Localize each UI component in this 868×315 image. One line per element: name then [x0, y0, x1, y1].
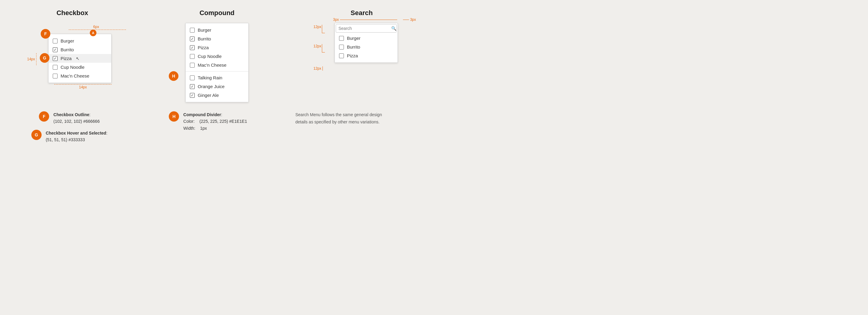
measure-12px-2: 12px [313, 44, 321, 48]
compound-menu[interactable]: Burger ✓ Burrito ✓ Pizza [185, 23, 249, 102]
compound-label-macncheese: Mac'n Cheese [198, 62, 226, 67]
compound-item-talkingrain[interactable]: Talking Rain [186, 73, 248, 82]
menu-label-pizza: Pizza [61, 56, 72, 61]
measure-12px-bottom: 12px [313, 66, 321, 70]
annotation-h-text: Compound Divider: Color: (225, 225, 225)… [183, 111, 247, 132]
checkbox-annotations: F Checkbox Outline: (102, 102, 102) #666… [0, 111, 138, 143]
annotation-g: G Checkbox Hover and Selected: (51, 51, … [31, 130, 107, 143]
menu-item-burger[interactable]: Burger [49, 36, 111, 45]
search-icon: 🔍 [391, 26, 396, 31]
search-label-burger: Burger [347, 36, 361, 41]
checkmark-pizza: ✓ [54, 57, 57, 60]
search-annotations: Search Menu follows the same general des… [277, 111, 434, 126]
search-item-burger[interactable]: Burger [335, 34, 398, 42]
measure-14px-left: 14px [27, 57, 35, 61]
compound-divider [186, 71, 248, 71]
compound-item-pizza[interactable]: ✓ Pizza [186, 43, 248, 52]
badge-h-annotation: H [169, 111, 179, 122]
compound-label-burrito: Burrito [198, 36, 211, 41]
search-label-burrito: Burrito [347, 45, 360, 50]
search-note: Search Menu follows the same general des… [296, 111, 392, 126]
menu-item-burrito[interactable]: ✓ Burrito [49, 45, 111, 54]
checkmark-burrito: ✓ [54, 48, 57, 52]
menu-label-burrito: Burrito [61, 47, 74, 52]
compound-label-gingerale: Ginger Ale [198, 93, 219, 98]
search-section: Search 3px 3px 12px [289, 9, 434, 63]
compound-title: Compound [199, 9, 235, 17]
search-item-burrito[interactable]: Burrito [335, 42, 398, 51]
search-input-wrap[interactable]: 🔍 [336, 24, 397, 33]
compound-label-oj: Orange Juice [198, 84, 224, 89]
search-label-pizza: Pizza [347, 53, 358, 58]
checkbox-macncheese[interactable] [53, 74, 58, 79]
annotation-g-text: Checkbox Hover and Selected: (51, 51, 51… [46, 130, 107, 143]
compound-label-talkingrain: Talking Rain [198, 75, 222, 80]
compound-item-oj[interactable]: ✓ Orange Juice [186, 82, 248, 91]
menu-label-burger: Burger [61, 38, 74, 44]
checkbox-pizza[interactable]: ✓ [53, 56, 58, 61]
search-checkbox-pizza[interactable] [339, 53, 344, 58]
compound-checkbox-talkingrain[interactable] [190, 76, 195, 80]
compound-checkbox-macncheese[interactable] [190, 63, 195, 67]
checkbox-title: Checkbox [56, 9, 88, 17]
compound-item-macncheese[interactable]: Mac'n Cheese [186, 61, 248, 69]
checkbox-burrito[interactable]: ✓ [53, 47, 58, 52]
compound-annotations: H Compound Divider: Color: (225, 225, 22… [138, 111, 277, 132]
search-input[interactable] [338, 26, 391, 31]
measure-12px-1: 12px [313, 25, 321, 29]
menu-label-macncheese: Mac'n Cheese [61, 73, 89, 79]
search-checkbox-burger[interactable] [339, 36, 344, 41]
menu-label-cupnoodle: Cup Noodle [61, 64, 84, 70]
search-checkbox-burrito[interactable] [339, 45, 344, 50]
badge-a-diagram: A [90, 30, 96, 36]
badge-g-diagram: G [40, 53, 50, 63]
cursor-icon: ↖ [76, 56, 80, 61]
badge-f-diagram: F [41, 29, 50, 39]
compound-checkbox-gingerale[interactable]: ✓ [190, 93, 195, 98]
checkbox-cupnoodle[interactable] [53, 65, 58, 70]
badge-g-annotation: G [31, 130, 41, 140]
compound-checkbox-burrito[interactable]: ✓ [190, 36, 195, 41]
search-item-pizza[interactable]: Pizza [335, 51, 398, 60]
menu-item-cupnoodle[interactable]: Cup Noodle [49, 63, 111, 71]
compound-item-gingerale[interactable]: ✓ Ginger Ale [186, 91, 248, 99]
measure-3px-top: 3px [333, 18, 339, 22]
annotation-h: H Compound Divider: Color: (225, 225, 22… [169, 111, 247, 132]
measure-14px-bottom: 14px [79, 85, 87, 89]
compound-checkbox-cupnoodle[interactable] [190, 54, 195, 59]
compound-label-pizza: Pizza [198, 45, 209, 50]
checkbox-menu[interactable]: Burger ✓ Burrito ✓ Pizza [48, 34, 112, 83]
measure-6px: 6px [93, 25, 99, 29]
annotation-f: F Checkbox Outline: (102, 102, 102) #666… [39, 111, 99, 125]
compound-label-burger: Burger [198, 27, 211, 33]
badge-f-annotation: F [39, 111, 49, 122]
compound-item-cupnoodle[interactable]: Cup Noodle [186, 52, 248, 61]
compound-checkbox-burger[interactable] [190, 28, 195, 33]
compound-checkbox-oj[interactable]: ✓ [190, 84, 195, 89]
checkbox-burger[interactable] [53, 39, 58, 44]
menu-item-pizza[interactable]: ✓ Pizza ↖ [49, 54, 111, 63]
search-title: Search [350, 9, 373, 17]
menu-item-macncheese[interactable]: Mac'n Cheese [49, 71, 111, 80]
checkbox-section: Checkbox 6px F A [0, 9, 145, 86]
annotation-f-text: Checkbox Outline: (102, 102, 102) #66666… [53, 111, 99, 125]
compound-section: Compound H Burger ✓ Burr [145, 9, 289, 102]
measure-3px-right: 3px [410, 18, 416, 22]
compound-item-burger[interactable]: Burger [186, 26, 248, 34]
badge-h-diagram: H [169, 71, 179, 81]
compound-label-cupnoodle: Cup Noodle [198, 54, 221, 59]
compound-item-burrito[interactable]: ✓ Burrito [186, 34, 248, 43]
compound-checkbox-pizza[interactable]: ✓ [190, 45, 195, 50]
search-menu[interactable]: 🔍 Burger Burrito [335, 23, 398, 63]
